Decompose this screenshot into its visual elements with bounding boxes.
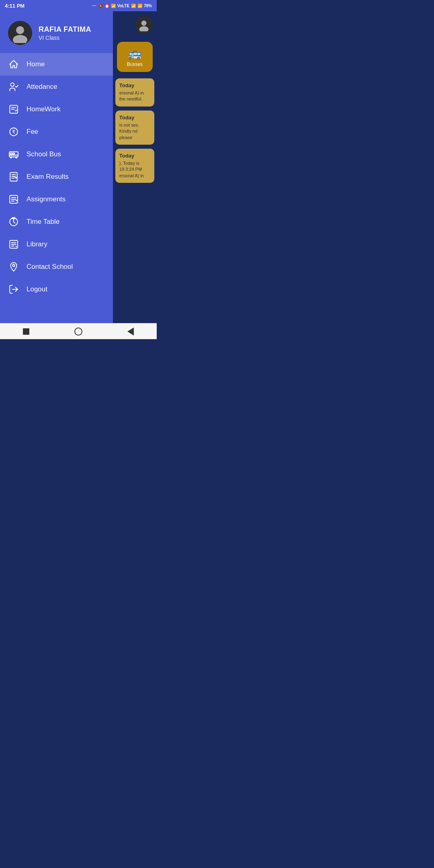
user-class: VI Class — [39, 35, 91, 41]
status-icons: ···· 🔕 ⏰ 📶 VoLTE 📶 📶 78% — [92, 4, 152, 8]
volte-icon: VoLTE — [117, 4, 129, 8]
home-button-icon — [74, 328, 82, 336]
buses-label: Busses — [127, 61, 143, 67]
sidebar-item-schoolbus[interactable]: School Bus — [0, 143, 113, 166]
avatar-icon — [10, 23, 30, 43]
logout-icon — [8, 284, 19, 295]
main-header — [113, 11, 157, 39]
contactschool-icon — [8, 261, 19, 272]
svg-point-9 — [10, 157, 12, 158]
notice-card-2[interactable]: Today is not ses. Kindly nd please — [115, 111, 154, 145]
drawer-header: RAFIA FATIMA VI Class — [0, 11, 113, 53]
svg-point-2 — [10, 83, 14, 86]
svg-point-19 — [139, 26, 148, 31]
status-bar: 4:11 PM ···· 🔕 ⏰ 📶 VoLTE 📶 📶 78% — [0, 0, 157, 11]
nav-back-button[interactable] — [123, 326, 139, 338]
avatar — [8, 21, 32, 45]
buses-card[interactable]: 🚌 Busses — [117, 42, 153, 72]
assignments-icon — [8, 194, 19, 205]
svg-text:₹: ₹ — [12, 129, 15, 135]
sidebar-item-attendance[interactable]: Attedance — [0, 76, 113, 98]
notice-card-3[interactable]: Today ), Today is 19 3:24 PM ersonal A) … — [115, 149, 154, 183]
bus-card-icon: 🚌 — [128, 47, 142, 60]
notice-timestamp-text: ersonal A) in — [119, 173, 150, 179]
timetable-icon — [8, 216, 19, 227]
notice-card-1[interactable]: Today ersonal A) in the needful. — [115, 78, 154, 106]
notice-date-1: Today — [119, 82, 150, 88]
nav-recent-button[interactable] — [18, 326, 34, 338]
sidebar-item-timetable[interactable]: Time Table — [0, 211, 113, 233]
navigation-drawer: RAFIA FATIMA VI Class Home Attedance — [0, 11, 113, 323]
alarm-icon: ⏰ — [104, 4, 109, 8]
nav-home-button[interactable] — [70, 326, 86, 338]
wifi-icon: 📶 — [137, 4, 142, 8]
sidebar-label-library: Library — [27, 240, 47, 248]
notice-date-3: Today — [119, 153, 150, 159]
sidebar-label-schoolbus: School Bus — [27, 150, 61, 158]
sidebar-item-logout[interactable]: Logout — [0, 278, 113, 301]
main-content: 🚌 Busses Today ersonal A) in the needful… — [113, 11, 157, 323]
fee-icon: ₹ — [8, 126, 19, 137]
svg-rect-11 — [10, 172, 17, 181]
sidebar-label-contactschool: Contact School — [27, 263, 73, 271]
user-info: RAFIA FATIMA VI Class — [39, 25, 91, 41]
attendance-icon — [8, 81, 19, 92]
sidebar-item-homework[interactable]: HomeWork — [0, 98, 113, 121]
user-name: RAFIA FATIMA — [39, 25, 91, 34]
sidebar-item-examresults[interactable]: Exam Results — [0, 166, 113, 188]
library-icon — [8, 239, 19, 250]
svg-point-18 — [141, 20, 147, 26]
examresults-icon — [8, 171, 19, 182]
notice-cards: Today ersonal A) in the needful. Today i… — [113, 75, 157, 186]
sidebar-item-fee[interactable]: ₹ Fee — [0, 121, 113, 143]
sidebar-label-attendance: Attedance — [27, 83, 57, 91]
app-container: RAFIA FATIMA VI Class Home Attedance — [0, 11, 157, 323]
menu-list: Home Attedance HomeWork ₹ — [0, 53, 113, 323]
homework-icon — [8, 104, 19, 115]
sidebar-item-contactschool[interactable]: Contact School — [0, 256, 113, 278]
battery-icon: 78% — [144, 4, 152, 8]
sidebar-label-logout: Logout — [27, 285, 47, 293]
sidebar-label-fee: Fee — [27, 128, 38, 136]
sidebar-item-assignments[interactable]: Assignments — [0, 188, 113, 211]
bottom-nav — [0, 323, 157, 339]
sidebar-label-home: Home — [27, 60, 45, 68]
network-icon: 📶 — [111, 4, 116, 8]
notice-text-2: is not ses. Kindly nd please — [119, 122, 150, 141]
svg-rect-8 — [13, 153, 14, 154]
svg-point-1 — [13, 35, 27, 43]
notice-text-1: ersonal A) in the needful. — [119, 90, 150, 102]
svg-point-16 — [12, 264, 14, 266]
sidebar-label-homework: HomeWork — [27, 105, 61, 113]
signal2-icon: 📶 — [131, 4, 136, 8]
svg-point-10 — [16, 157, 17, 158]
notice-timestamp: 19 3:24 PM — [119, 166, 150, 172]
sidebar-label-timetable: Time Table — [27, 218, 59, 226]
notice-text-3: ), Today is — [119, 160, 150, 166]
sidebar-item-library[interactable]: Library — [0, 233, 113, 256]
profile-icon-right[interactable] — [135, 16, 153, 34]
notice-date-2: Today — [119, 115, 150, 121]
status-time: 4:11 PM — [5, 3, 25, 9]
signal-icon: ···· — [92, 4, 96, 8]
svg-rect-7 — [10, 153, 12, 154]
sidebar-label-assignments: Assignments — [27, 195, 66, 203]
svg-point-0 — [16, 26, 24, 34]
mute-icon: 🔕 — [98, 4, 103, 8]
home-icon — [8, 59, 19, 70]
sidebar-label-examresults: Exam Results — [27, 173, 69, 181]
recent-apps-icon — [23, 328, 29, 335]
profile-avatar-icon — [137, 18, 150, 31]
sidebar-item-home[interactable]: Home — [0, 53, 113, 76]
back-button-icon — [127, 328, 134, 336]
schoolbus-icon — [8, 149, 19, 160]
